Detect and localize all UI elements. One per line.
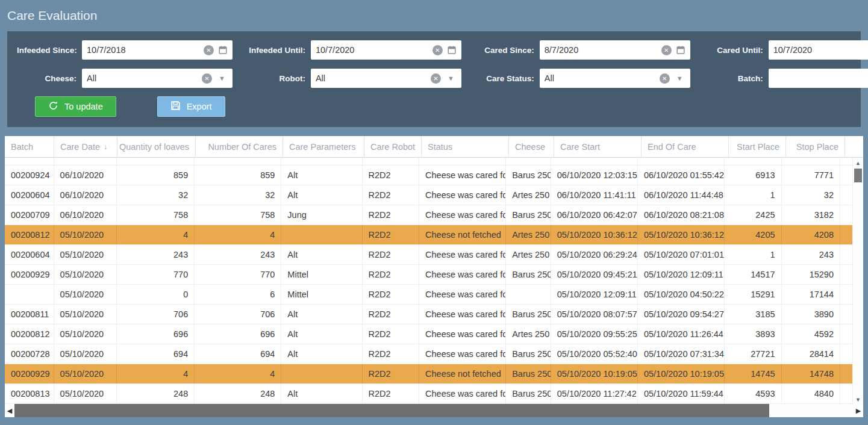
column-header[interactable]: Status	[422, 136, 509, 157]
horizontal-scrollbar-track[interactable]	[769, 404, 854, 417]
table-cell: 05/10/2020 09:45:21	[551, 265, 638, 284]
table-cell: Alt	[281, 185, 362, 205]
cared-since-input[interactable]	[545, 45, 659, 55]
clear-icon[interactable]: ✕	[660, 73, 670, 84]
column-header[interactable]: Care Date↓	[54, 136, 117, 157]
table-row[interactable]: 0020070906/10/2020758758JungR2D2Cheese w…	[5, 205, 852, 225]
table-row[interactable]: 0020081205/10/202044R2D2Cheese not fetch…	[5, 225, 852, 245]
calendar-icon[interactable]	[218, 45, 228, 55]
table-row[interactable]: 0020092406/10/2020859859AltR2D2Cheese wa…	[5, 166, 852, 185]
table-cell: 05/10/2020 10:36:12	[551, 225, 638, 244]
table-cell: 06/10/2020 11:41:11	[551, 185, 638, 205]
table-cell: 248	[195, 384, 281, 403]
calendar-icon[interactable]	[447, 45, 457, 55]
update-button[interactable]: To update	[35, 96, 116, 117]
table-row[interactable]: 0020081205/10/2020696696AltR2D2Cheese wa…	[5, 324, 852, 344]
clear-icon[interactable]: ✕	[661, 45, 672, 55]
table-cell: Cheese was cared for	[419, 305, 506, 324]
robot-dropdown[interactable]: ✕ ▼	[311, 69, 461, 88]
table-cell: 3890	[782, 305, 840, 324]
column-header[interactable]: Stop Place	[786, 136, 845, 157]
table-cell: 05/10/2020	[54, 384, 117, 403]
vertical-scrollbar[interactable]: ▲ ▼	[852, 158, 863, 404]
horizontal-scrollbar[interactable]: ◀ ▶	[5, 404, 863, 417]
batch-input[interactable]	[773, 73, 868, 83]
column-header[interactable]: Number Of Cares	[196, 136, 283, 157]
scroll-up-icon[interactable]: ▲	[855, 158, 861, 167]
table-row[interactable]: 0020060405/10/2020243243AltR2D2Cheese wa…	[5, 245, 852, 265]
row-filler	[840, 344, 852, 364]
table-row[interactable]: 0020092905/10/202044R2D2Cheese not fetch…	[5, 364, 852, 384]
table-cell: R2D2	[363, 265, 419, 284]
table-cell	[195, 158, 281, 165]
scroll-right-icon[interactable]: ▶	[854, 407, 863, 415]
clear-icon[interactable]: ✕	[432, 45, 443, 55]
cared-until-input[interactable]	[773, 45, 868, 55]
row-filler	[840, 305, 852, 324]
column-header-label: Start Place	[737, 142, 779, 152]
column-header[interactable]: Batch	[5, 136, 54, 157]
column-header[interactable]: Care Parameters	[283, 136, 364, 157]
table-cell: 00200811	[5, 305, 54, 324]
table-cell: Artes 250	[506, 245, 551, 264]
table-cell: 3185	[725, 305, 781, 324]
table-row[interactable]: 0020060406/10/20203232AltR2D2Cheese was …	[5, 185, 852, 205]
table-row[interactable]: 0020092905/10/2020770770MittelR2D2Cheese…	[5, 265, 852, 285]
infeeded-until-input[interactable]	[316, 45, 430, 55]
column-header[interactable]: Care Start	[554, 136, 642, 157]
export-button[interactable]: Export	[157, 96, 225, 117]
cheese-dropdown[interactable]: ✕ ▼	[82, 69, 233, 88]
table-cell: R2D2	[363, 324, 419, 344]
table-cell: 06/10/2020	[54, 166, 117, 185]
column-header[interactable]: Cheese	[509, 136, 554, 157]
vertical-scrollbar-thumb[interactable]	[854, 169, 862, 182]
table-row[interactable]: 0020072805/10/2020694694AltR2D2Cheese wa…	[5, 344, 852, 364]
table-cell: 05/10/2020 07:01:01	[638, 245, 725, 264]
cheese-dropdown-value[interactable]	[87, 73, 199, 83]
column-header-label: Batch	[11, 142, 33, 152]
table-cell: 05/10/2020 12:09:11	[638, 265, 725, 284]
table-row[interactable]: 0020081305/10/2020248248AltR2D2Cheese wa…	[5, 384, 852, 404]
column-header-label: Status	[428, 142, 452, 152]
horizontal-scrollbar-thumb[interactable]	[14, 404, 769, 417]
table-cell: Cheese was cared for	[419, 205, 506, 225]
table-cell: 05/10/2020 10:19:05	[551, 364, 638, 383]
batch-control	[769, 69, 868, 88]
care-status-dropdown[interactable]: ✕ ▼	[540, 69, 690, 88]
infeeded-since-label: Infeeded Since:	[17, 46, 82, 55]
table-cell: Cheese was cared for	[419, 185, 506, 205]
table-cell: 06/10/2020	[54, 205, 117, 225]
filter-batch: Batch:	[704, 69, 868, 88]
chevron-down-icon[interactable]: ▼	[674, 75, 685, 82]
clear-icon[interactable]: ✕	[204, 45, 214, 55]
table-cell: Cheese was cared for	[419, 245, 506, 264]
clear-icon[interactable]: ✕	[431, 73, 441, 84]
chevron-down-icon[interactable]: ▼	[445, 75, 457, 82]
column-header[interactable]: Care Robot	[364, 136, 422, 157]
table-cell: 00200709	[5, 205, 54, 225]
vertical-scrollbar-track[interactable]	[853, 182, 863, 394]
table-cell: 05/10/2020 11:27:42	[551, 384, 638, 403]
table-cell: 4840	[782, 384, 840, 403]
table-cell: 05/10/2020	[54, 225, 117, 244]
column-header[interactable]: End Of Care	[642, 136, 729, 157]
table-cell: 00200728	[5, 344, 54, 364]
filter-cheese: Cheese: ✕ ▼	[17, 69, 246, 88]
table-row[interactable]: 05/10/202006MittelR2D2Cheese was cared f…	[5, 285, 852, 305]
table-cell: 1	[725, 245, 781, 264]
chevron-down-icon[interactable]: ▼	[216, 75, 228, 82]
table-cell: 06/10/2020 01:55:42	[638, 166, 725, 185]
clear-icon[interactable]: ✕	[202, 73, 212, 84]
column-header[interactable]: Start Place	[729, 136, 786, 157]
row-filler	[840, 205, 852, 225]
robot-dropdown-value[interactable]	[316, 73, 428, 83]
sort-descending-icon: ↓	[104, 142, 108, 151]
scroll-left-icon[interactable]: ◀	[5, 407, 14, 415]
column-header[interactable]: Quantity of loaves	[117, 136, 196, 157]
care-status-dropdown-value[interactable]	[545, 73, 657, 83]
scroll-down-icon[interactable]: ▼	[855, 394, 861, 404]
infeeded-since-input[interactable]	[87, 45, 201, 55]
table-body: 0020092406/10/2020859859AltR2D2Cheese wa…	[5, 158, 863, 404]
table-row[interactable]: 0020081105/10/2020706706AltR2D2Cheese wa…	[5, 305, 852, 324]
calendar-icon[interactable]	[676, 45, 685, 55]
